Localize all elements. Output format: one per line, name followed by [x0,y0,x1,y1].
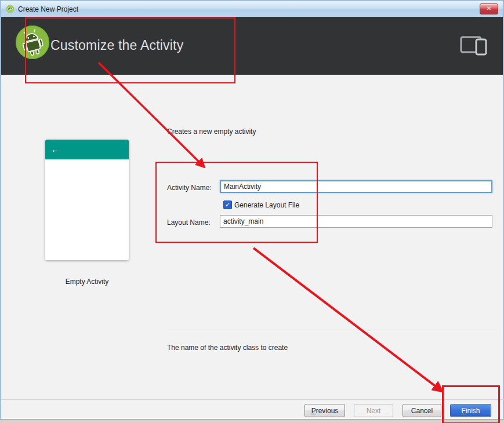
layout-name-label: Layout Name: [167,218,211,227]
activity-preview-card: ← [45,140,129,260]
page-title: Customize the Activity [50,38,183,53]
activity-name-input[interactable] [220,180,492,193]
form-description: Creates a new empty activity [167,127,256,136]
close-icon: ✕ [487,5,491,12]
divider [167,330,492,330]
back-arrow-icon: ← [51,145,59,154]
android-studio-logo-icon [15,25,50,62]
previous-button[interactable]: Previous [304,404,345,417]
android-studio-icon [6,5,14,13]
generate-layout-checkbox[interactable]: ✓ [223,200,232,209]
cancel-button-label: Cancel [411,407,433,415]
next-button[interactable]: Next [354,404,393,417]
finish-button-label-rest: inish [466,407,480,415]
preview-caption: Empty Activity [45,278,129,286]
check-icon: ✓ [225,201,230,208]
next-button-label: Next [367,407,381,415]
device-preview-icon [460,33,488,59]
window-frame: Create New Project ✕ [0,0,504,420]
preview-toolbar: ← [45,140,129,159]
finish-button[interactable]: Finish [450,404,491,417]
hint-text: The name of the activity class to create [167,344,288,352]
previous-button-label: P [311,407,316,415]
layout-name-input[interactable] [220,215,492,228]
activity-name-label: Activity Name: [167,184,212,192]
generate-layout-label[interactable]: Generate Layout File [234,201,299,209]
wizard-header: Customize the Activity [1,17,503,75]
title-bar: Create New Project ✕ [1,1,503,17]
footer-separator [1,399,504,400]
window-title: Create New Project [18,5,78,13]
finish-button-label: F [461,407,465,415]
create-new-project-window: Create New Project ✕ [0,0,504,423]
cancel-button[interactable]: Cancel [403,404,441,417]
previous-button-label-rest: revious [316,407,339,415]
close-button[interactable]: ✕ [480,3,498,14]
